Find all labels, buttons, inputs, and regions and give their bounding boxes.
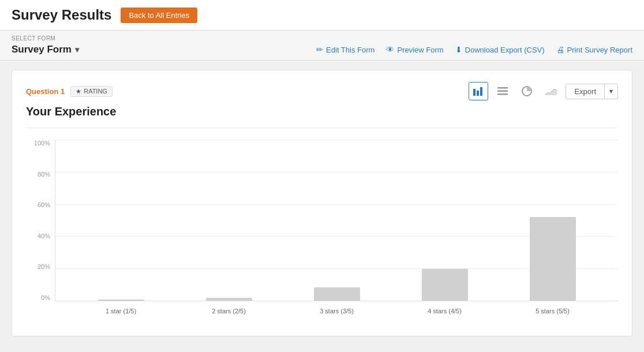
bar-group-5: 5 stars (5/5) — [499, 217, 606, 301]
question-type-badge: ★ RATING — [70, 86, 113, 97]
page-title: Survey Results — [12, 7, 111, 23]
question-title: Your Experience — [26, 105, 618, 118]
question-card: Question 1 ★ RATING — [12, 70, 632, 336]
star-icon: ★ — [76, 88, 81, 95]
toolbar-row: Survey Form ▾ ✏ Edit This Form 👁 Preview… — [12, 44, 632, 60]
bar-wrapper-5: 5 stars (5/5) — [530, 217, 576, 301]
bar-4 — [422, 269, 468, 301]
y-label-20: 20% — [38, 263, 50, 270]
select-form-label: SELECT FORM — [12, 35, 632, 42]
svg-rect-3 — [497, 87, 508, 89]
area-chart-button[interactable] — [541, 82, 561, 100]
bar-label-5: 5 stars (5/5) — [527, 308, 579, 314]
y-label-40: 40% — [38, 233, 50, 239]
bar-wrapper-2: 2 stars (2/5) — [206, 298, 252, 301]
list-icon — [497, 87, 508, 95]
divider — [26, 128, 618, 128]
bars-container: 1 star (1/5)2 stars (2/5)3 stars (3/5)4 … — [55, 140, 618, 301]
bar-chart-button[interactable] — [469, 82, 488, 100]
svg-rect-0 — [473, 89, 475, 96]
bar-group-4: 4 stars (4/5) — [391, 269, 499, 301]
svg-rect-1 — [477, 91, 479, 96]
question-meta: Question 1 ★ RATING — [26, 86, 113, 97]
toolbar: SELECT FORM Survey Form ▾ ✏ Edit This Fo… — [0, 31, 644, 61]
bar-label-4: 4 stars (4/5) — [419, 308, 471, 314]
bar-1 — [98, 299, 144, 301]
bar-wrapper-1: 1 star (1/5) — [98, 299, 144, 301]
chevron-down-icon: ▾ — [75, 45, 79, 54]
bar-wrapper-3: 3 stars (3/5) — [314, 287, 360, 301]
bar-label-2: 2 stars (2/5) — [203, 308, 255, 314]
question-number: Question 1 — [26, 87, 65, 96]
edit-form-button[interactable]: ✏ Edit This Form — [316, 45, 375, 54]
svg-rect-2 — [480, 87, 482, 96]
bar-5 — [530, 217, 576, 301]
form-selector[interactable]: Survey Form ▾ — [12, 44, 79, 55]
form-name-label: Survey Form — [12, 44, 72, 55]
list-view-button[interactable] — [493, 82, 512, 100]
chart-plot: 1 star (1/5)2 stars (2/5)3 stars (3/5)4 … — [55, 140, 618, 301]
main-content: Question 1 ★ RATING — [0, 61, 644, 346]
bar-group-1: 1 star (1/5) — [67, 299, 175, 301]
y-label-0: 0% — [41, 294, 50, 301]
chart-controls: Export ▾ — [469, 82, 618, 100]
pie-chart-icon — [522, 86, 532, 96]
print-survey-report-button[interactable]: 🖨 Print Survey Report — [556, 45, 632, 54]
edit-icon: ✏ — [316, 45, 323, 54]
area-chart-icon — [545, 87, 557, 95]
bar-label-1: 1 star (1/5) — [95, 308, 147, 314]
back-to-all-entries-button[interactable]: Back to All Entries — [121, 8, 197, 23]
y-label-100: 100% — [34, 140, 50, 147]
download-export-button[interactable]: ⬇ Download Export (CSV) — [455, 45, 545, 54]
pie-chart-button[interactable] — [517, 82, 537, 100]
y-label-80: 80% — [38, 171, 50, 178]
svg-marker-7 — [545, 89, 557, 95]
export-chevron-icon: ▾ — [604, 84, 617, 98]
bar-3 — [314, 287, 360, 301]
export-dropdown[interactable]: Export ▾ — [566, 84, 618, 99]
svg-rect-5 — [497, 93, 508, 95]
bar-wrapper-4: 4 stars (4/5) — [422, 269, 468, 301]
question-type-label: RATING — [84, 88, 107, 95]
bar-2 — [206, 298, 252, 301]
svg-rect-4 — [497, 91, 508, 92]
y-axis: 100% 80% 60% 40% 20% 0% — [26, 140, 55, 301]
eye-icon: 👁 — [386, 45, 394, 54]
chart-area: 100% 80% 60% 40% 20% 0% 1 star (1/5)2 — [26, 140, 618, 324]
export-label: Export — [566, 84, 604, 99]
print-icon: 🖨 — [556, 45, 564, 54]
bar-group-3: 3 stars (3/5) — [283, 287, 391, 301]
preview-form-button[interactable]: 👁 Preview Form — [386, 45, 443, 54]
bar-group-2: 2 stars (2/5) — [175, 298, 283, 301]
page-header: Survey Results Back to All Entries — [0, 0, 644, 31]
y-label-60: 60% — [38, 201, 50, 208]
toolbar-actions: ✏ Edit This Form 👁 Preview Form ⬇ Downlo… — [316, 45, 632, 54]
bar-label-3: 3 stars (3/5) — [311, 308, 363, 314]
question-header: Question 1 ★ RATING — [26, 82, 618, 100]
download-icon: ⬇ — [455, 45, 462, 54]
bar-chart-icon — [473, 87, 484, 96]
